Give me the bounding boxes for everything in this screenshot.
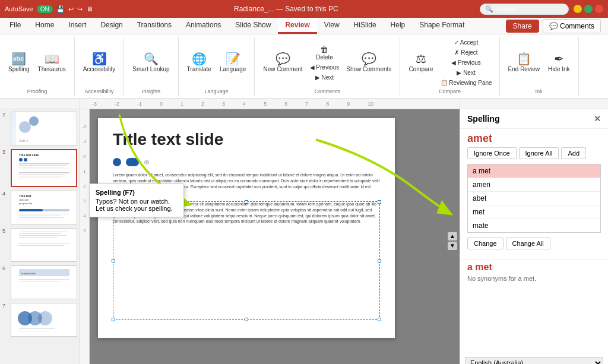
slide-thumbnail-5[interactable] — [11, 228, 77, 262]
minimize-button[interactable] — [574, 5, 582, 13]
slide-thumb-2[interactable]: 2 Slide 2 — [2, 112, 77, 145]
handle-mr[interactable] — [378, 259, 381, 262]
translate-button[interactable]: 🌐 Translate — [183, 51, 215, 74]
quick-access-present[interactable]: 🖥 — [86, 5, 93, 12]
compare-items: ⚖ Compare ✓ Accept ✗ Reject ◀ Previous ▶… — [405, 38, 494, 87]
suggestion-met[interactable]: met — [468, 205, 600, 219]
prev-comment-button[interactable]: ◀ Previous — [308, 63, 342, 72]
suggestion-a-met[interactable]: a met — [468, 164, 600, 178]
slide-thumbnail-6[interactable]: Gradient slide — [11, 265, 77, 299]
slide-thumb-3[interactable]: 3 Title text slide — [2, 149, 77, 187]
suggestions-list: a met amen abet met mate — [467, 164, 601, 233]
spelling-button[interactable]: 🔤 Spelling — [5, 51, 33, 74]
suggestion-amen[interactable]: amen — [468, 178, 600, 192]
delete-comment-button[interactable]: 🗑 Delete — [308, 44, 342, 62]
spelling-close-button[interactable]: ✕ — [594, 114, 601, 124]
scroll-down[interactable]: ▼ — [448, 242, 457, 250]
suggestion-mate[interactable]: mate — [468, 219, 600, 232]
reject-button[interactable]: ✗ Reject — [438, 48, 495, 57]
slide-thumbnail-4[interactable]: Title text slide with progress bar — [11, 191, 77, 224]
next-icon: ▶ Next — [315, 74, 334, 81]
svg-rect-21 — [19, 209, 43, 211]
ribbon-group-accessibility: ♿ Accessibility Accessibility — [75, 37, 124, 96]
maximize-button[interactable] — [584, 5, 593, 13]
hide-ink-label: Hide Ink — [548, 66, 570, 72]
quick-access-undo[interactable]: ↩ — [68, 5, 74, 13]
ignore-all-button[interactable]: Ignore All — [519, 147, 559, 159]
change-button[interactable]: Change — [467, 238, 504, 249]
hide-ink-button[interactable]: ✒ Hide Ink — [544, 51, 574, 74]
svg-text:Title text: Title text — [19, 194, 31, 198]
tab-view[interactable]: View — [317, 18, 347, 34]
slide-thumbnail-7[interactable] — [11, 303, 77, 337]
next-comment-button[interactable]: ▶ Next — [308, 73, 342, 82]
svg-rect-24 — [19, 217, 64, 218]
comments-button[interactable]: 💬 Comments — [543, 19, 601, 33]
language-button[interactable]: 📝 Language — [216, 51, 250, 74]
slide-thumb-6[interactable]: 6 Gradient slide — [2, 265, 77, 299]
end-review-button[interactable]: 📋 End Review — [505, 51, 543, 74]
svg-text:progress bar: progress bar — [19, 202, 33, 205]
tab-help[interactable]: Help — [384, 18, 413, 34]
language-selector[interactable]: English (Australia) English (United Stat… — [465, 357, 603, 364]
title-bar: AutoSave ON 💾 ↩ ↪ 🖥 Radiance_... — Saved… — [0, 0, 608, 18]
spell-change-buttons: Change Change All — [460, 238, 608, 257]
slide-thumb-5[interactable]: 5 — [2, 228, 77, 262]
handle-bc[interactable] — [245, 318, 248, 321]
previous-review-button[interactable]: ◀ Previous — [438, 58, 495, 67]
svg-rect-26 — [19, 232, 69, 232]
change-all-button[interactable]: Change All — [506, 238, 550, 249]
autosave-toggle[interactable]: ON — [37, 5, 53, 13]
tab-file[interactable]: File — [2, 18, 28, 34]
tab-transitions[interactable]: Transitions — [130, 18, 179, 34]
handle-br[interactable] — [378, 318, 381, 321]
next-review-button[interactable]: ▶ Next — [438, 68, 495, 77]
accessibility-icon: ♿ — [92, 53, 107, 65]
compare-button[interactable]: ⚖ Compare — [405, 51, 436, 74]
slide-thumbnail-3[interactable]: Title text slide — [11, 149, 77, 187]
thesaurus-button[interactable]: 📖 Thesaurus — [34, 51, 69, 74]
tab-hislide[interactable]: HiSlide — [347, 18, 384, 34]
smart-lookup-button[interactable]: 🔍 Smart Lookup — [129, 51, 173, 74]
tab-slideshow[interactable]: Slide Show — [228, 18, 278, 34]
search-icon: 🔍 — [485, 5, 493, 13]
scroll-up[interactable]: ▲ — [448, 232, 457, 240]
new-comment-button[interactable]: 💬 New Comment — [259, 51, 306, 74]
accessibility-button[interactable]: ♿ Accessibility — [80, 51, 119, 74]
tab-animations[interactable]: Animations — [179, 18, 228, 34]
ink-items: 📋 End Review ✒ Hide Ink — [505, 38, 574, 87]
ignore-once-button[interactable]: Ignore Once — [467, 147, 517, 159]
quick-access-redo[interactable]: ↪ — [77, 5, 83, 13]
tab-design[interactable]: Design — [93, 18, 129, 34]
slide-thumb-4[interactable]: 4 Title text slide with progress bar — [2, 191, 77, 224]
handle-ml[interactable] — [112, 259, 115, 262]
add-button[interactable]: Add — [561, 147, 586, 159]
tab-review[interactable]: Review — [278, 18, 316, 34]
handle-tr[interactable] — [378, 200, 381, 204]
slide-thumb-svg-2: Slide 2 — [16, 112, 72, 145]
tab-list: File Home Insert Design Transitions Anim… — [2, 18, 471, 34]
accept-button[interactable]: ✓ Accept — [438, 38, 495, 47]
ink-group-label: Ink — [536, 87, 543, 94]
main-area: 2 Slide 2 3 Title text slide — [0, 109, 608, 364]
reviewing-pane-button[interactable]: 📋 Reviewing Pane — [438, 78, 495, 87]
tab-shape-format[interactable]: Shape Format — [412, 18, 471, 34]
slide-thumb-svg-5 — [16, 229, 72, 261]
quick-access-save[interactable]: 💾 — [56, 5, 65, 13]
search-box[interactable]: 🔍 Search — [480, 4, 569, 15]
show-comments-label: Show Comments — [346, 66, 391, 72]
slide-thumbnail-2[interactable]: Slide 2 — [11, 112, 77, 145]
svg-rect-31 — [19, 245, 64, 246]
close-button[interactable] — [595, 5, 603, 13]
svg-rect-11 — [19, 169, 68, 169]
share-button[interactable]: Share — [506, 20, 539, 33]
handle-tc[interactable] — [245, 200, 248, 204]
show-comments-icon: 💬 — [362, 53, 376, 65]
suggestion-abet[interactable]: abet — [468, 192, 600, 205]
show-comments-button[interactable]: 💬 Show Comments — [343, 51, 395, 74]
tab-home[interactable]: Home — [28, 18, 61, 34]
slide-thumb-7[interactable]: 7 — [2, 303, 77, 337]
handle-bl[interactable] — [112, 318, 115, 321]
canvas-area: -2-1012345 Title text slide ⊕ Lorem ipsu… — [80, 109, 460, 364]
tab-insert[interactable]: Insert — [61, 18, 93, 34]
